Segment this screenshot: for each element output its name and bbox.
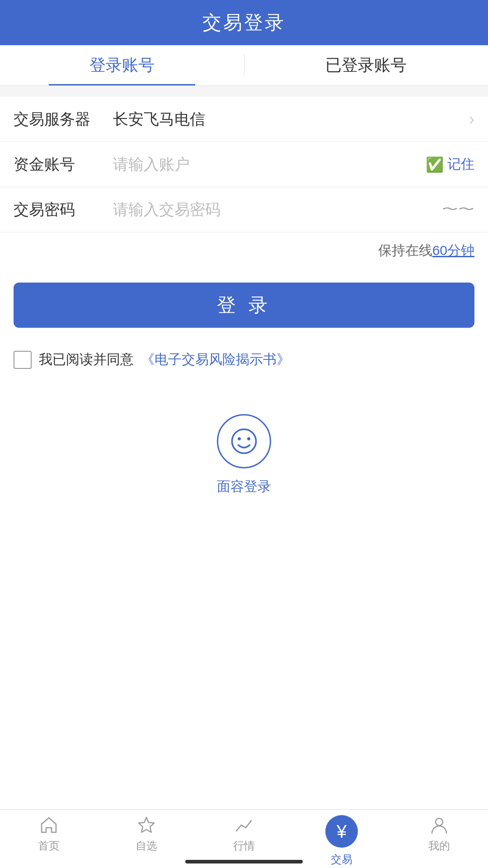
svg-point-0 xyxy=(232,429,256,453)
bottom-nav: 首页 自选 行情 ¥ 交易 我的 xyxy=(0,809,488,868)
person-icon xyxy=(429,815,449,835)
svg-point-3 xyxy=(436,818,443,826)
svg-point-2 xyxy=(247,437,250,440)
agreement-checkbox[interactable] xyxy=(14,351,32,369)
agreement-link[interactable]: 《电子交易风险揭示书》 xyxy=(141,350,290,369)
nav-label-market: 行情 xyxy=(233,839,255,853)
account-label: 资金账号 xyxy=(14,154,104,175)
agreement-text: 我已阅读并同意 xyxy=(39,350,134,369)
header: 交易登录 xyxy=(0,0,488,45)
svg-point-1 xyxy=(238,437,241,440)
form-area: 交易服务器 长安飞马电信 › 资金账号 ✅ 记住 交易密码 〜〜 xyxy=(0,97,488,232)
server-row[interactable]: 交易服务器 长安飞马电信 › xyxy=(0,97,488,142)
nav-item-profile[interactable]: 我的 xyxy=(390,815,488,853)
home-icon xyxy=(39,815,59,835)
tab-login-account[interactable]: 登录账号 xyxy=(0,45,244,85)
eye-icon[interactable]: 〜〜 xyxy=(442,203,474,216)
password-label: 交易密码 xyxy=(14,199,104,220)
login-button[interactable]: 登 录 xyxy=(14,283,474,328)
password-row: 交易密码 〜〜 xyxy=(0,187,488,232)
nav-label-watchlist: 自选 xyxy=(136,839,157,853)
nav-item-trade[interactable]: ¥ 交易 xyxy=(293,815,390,867)
content-spacer xyxy=(0,514,488,809)
login-btn-area: 登 录 xyxy=(0,269,488,341)
check-circle-icon: ✅ xyxy=(426,156,444,173)
keep-online-link[interactable]: 60分钟 xyxy=(432,241,474,260)
face-id-icon xyxy=(228,425,260,457)
account-row: 资金账号 ✅ 记住 xyxy=(0,142,488,187)
star-icon xyxy=(136,815,156,835)
nav-item-market[interactable]: 行情 xyxy=(195,815,293,853)
password-input[interactable] xyxy=(113,201,442,218)
trade-active-circle: ¥ xyxy=(325,815,358,848)
main-content: 登录账号 已登录账号 交易服务器 长安飞马电信 › 资金账号 ✅ 记住 交易密码 xyxy=(0,45,488,809)
face-login-area[interactable]: 面容登录 xyxy=(0,387,488,514)
keep-online-row: 保持在线 60分钟 xyxy=(0,232,488,269)
account-input[interactable] xyxy=(113,156,426,173)
remember-toggle[interactable]: ✅ 记住 xyxy=(426,155,474,174)
server-label: 交易服务器 xyxy=(14,109,104,130)
nav-item-watchlist[interactable]: 自选 xyxy=(98,815,195,853)
tab-logged-accounts[interactable]: 已登录账号 xyxy=(244,45,488,85)
chevron-right-icon: › xyxy=(469,110,474,129)
tab-switch: 登录账号 已登录账号 xyxy=(0,45,488,86)
nav-label-trade: 交易 xyxy=(331,852,352,867)
nav-label-home: 首页 xyxy=(38,839,60,853)
server-value: 长安飞马电信 xyxy=(113,109,469,130)
nav-label-profile: 我的 xyxy=(428,839,450,853)
home-indicator xyxy=(185,860,303,863)
face-login-label: 面容登录 xyxy=(217,477,271,496)
chart-icon xyxy=(234,815,254,835)
remember-text: 记住 xyxy=(447,155,474,174)
yuan-icon: ¥ xyxy=(337,821,347,842)
face-icon-circle xyxy=(217,414,271,468)
nav-item-home[interactable]: 首页 xyxy=(0,815,98,853)
agreement-row: 我已阅读并同意 《电子交易风险揭示书》 xyxy=(0,341,488,387)
keep-online-prefix: 保持在线 xyxy=(378,241,432,260)
page-title: 交易登录 xyxy=(202,10,286,35)
